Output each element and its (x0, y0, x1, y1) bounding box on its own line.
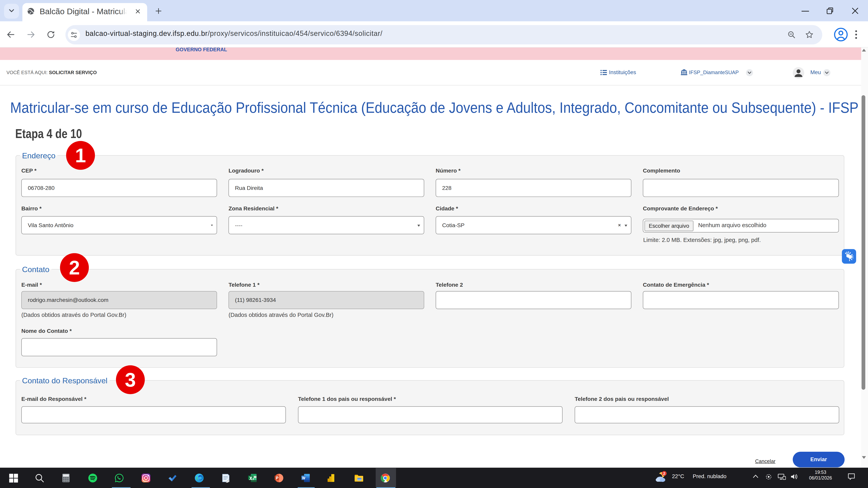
svg-text:Matricular-se em curso de Educ: Matricular-se em curso de Educação Profi… (10, 99, 858, 116)
svg-text:2: 2 (663, 471, 665, 476)
